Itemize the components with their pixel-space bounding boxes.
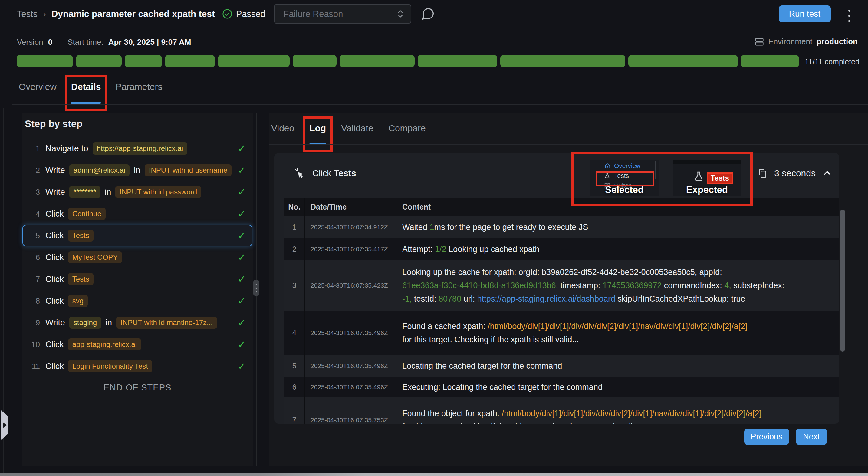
progress-segment[interactable] (417, 55, 498, 67)
progress-segment[interactable] (218, 55, 290, 67)
step-number: 4 (27, 209, 40, 219)
collapse-chevron-icon[interactable] (822, 168, 832, 178)
tab-details[interactable]: Details (70, 79, 102, 104)
step-row-9[interactable]: 9WritestaginginINPUT with id mantine-17z… (22, 312, 253, 334)
detail-tab-compare[interactable]: Compare (387, 120, 427, 145)
log-row-time: 2025-04-30T16:07:35.417Z (305, 238, 396, 260)
breadcrumb-root[interactable]: Tests (17, 9, 37, 19)
end-of-steps-label: END OF STEPS (22, 382, 253, 393)
step-check-icon: ✓ (238, 165, 246, 176)
step-check-icon: ✓ (238, 317, 246, 329)
step-in: in (105, 318, 112, 328)
progress-segment[interactable] (76, 55, 122, 67)
mini-scrollbar (655, 162, 656, 179)
step-value-badge: staging (69, 317, 101, 329)
log-row-number: 7 (284, 397, 305, 424)
log-row-content: Waited 1ms for the page to get ready to … (396, 220, 839, 234)
log-row-time: 2025-04-30T16:07:35.423Z (305, 260, 396, 311)
horizontal-scrollbar[interactable] (0, 473, 868, 476)
step-value-badge: ******** (69, 186, 100, 198)
detail-tab-video[interactable]: Video (270, 120, 296, 145)
command-text: Click Tests (312, 168, 356, 178)
start-time-value: Apr 30, 2025 | 9:07 AM (108, 37, 191, 47)
step-number: 2 (27, 166, 40, 175)
step-row-6[interactable]: 6ClickMyTest COPY✓ (22, 246, 253, 268)
failure-reason-select[interactable]: Failure Reason (274, 4, 411, 24)
log-row-content: Looking up the cache for xpath: orgId: b… (396, 266, 839, 305)
progress-segment[interactable] (125, 55, 162, 67)
step-row-5[interactable]: 5ClickTests✓ (22, 225, 253, 246)
log-row-time: 2025-04-30T16:07:34.912Z (305, 216, 396, 238)
environment-info: Environment production (755, 37, 858, 46)
panel-collapse-handle[interactable] (1, 410, 8, 440)
previous-button[interactable]: Previous (744, 429, 789, 445)
step-in: in (134, 165, 141, 175)
log-row-content: Locating the cached target for the comma… (396, 359, 839, 373)
step-target-badge: svg (68, 295, 88, 307)
log-row-number: 5 (284, 355, 305, 377)
detail-tab-log[interactable]: Log (308, 120, 327, 145)
tab-parameters[interactable]: Parameters (114, 79, 163, 104)
log-row-6: 62025-04-30T16:07:35.496ZExecuting: Loca… (284, 377, 839, 397)
step-row-10[interactable]: 10Clickapp-staging.relicx.ai✓ (22, 334, 253, 355)
progress-bar (17, 55, 799, 67)
step-row-3[interactable]: 3Write********inINPUT with id password✓ (22, 181, 253, 203)
app-root: Tests › Dynamic parameter cached xpath t… (0, 0, 868, 476)
log-row-number: 6 (284, 377, 305, 397)
steps-heading: Step by step (25, 118, 82, 129)
step-value-badge: https://app-staging.relicx.ai (93, 142, 187, 155)
step-number: 5 (27, 231, 40, 240)
step-row-1[interactable]: 1Navigate tohttps://app-staging.relicx.a… (22, 138, 253, 159)
detail-panel: VideoLogValidateCompare Click Tests (269, 113, 868, 466)
log-line: -1, testId: 80780 url: https://app-stagi… (402, 292, 839, 305)
step-row-11[interactable]: 11ClickLogin Functionality Test✓ (22, 355, 253, 377)
version-label: Version (17, 37, 43, 47)
progress-segment[interactable] (500, 55, 625, 67)
tab-details-label: Details (71, 82, 101, 92)
progress-segment[interactable] (165, 55, 215, 67)
detail-panel-scrollbar[interactable] (840, 210, 845, 352)
comment-button[interactable] (421, 7, 435, 21)
progress-segment[interactable] (340, 55, 415, 67)
step-row-4[interactable]: 4ClickContinue✓ (22, 203, 253, 225)
environment-label: Environment (768, 37, 812, 46)
step-number: 8 (27, 296, 40, 306)
kebab-menu-icon[interactable] (846, 8, 852, 24)
step-row-7[interactable]: 7ClickTests✓ (22, 268, 253, 290)
detail-tabs: VideoLogValidateCompare (270, 120, 427, 145)
log-row-number: 4 (284, 311, 305, 355)
progress-segment[interactable] (293, 55, 337, 67)
detail-tab-validate[interactable]: Validate (340, 120, 374, 145)
step-action: Click (45, 362, 64, 371)
progress-segment[interactable] (628, 55, 738, 67)
run-test-button[interactable]: Run test (779, 5, 831, 22)
log-row-number: 2 (284, 238, 305, 260)
step-row-8[interactable]: 8Clicksvg✓ (22, 290, 253, 312)
top-bar: Tests › Dynamic parameter cached xpath t… (0, 0, 868, 28)
log-line: Locating the cached target for the comma… (402, 359, 839, 373)
step-number: 11 (27, 362, 40, 371)
step-row-2[interactable]: 2Writeadmin@relicx.aiinINPUT with id use… (22, 159, 253, 181)
thumb-selected[interactable]: Overview Tests Suites (590, 160, 658, 196)
log-line: 61ee363a-f30c-4410-bd8d-a136ed9d13b6, ti… (402, 279, 839, 292)
step-number: 6 (27, 253, 40, 262)
log-row-3: 32025-04-30T16:07:35.423ZLooking up the … (284, 260, 839, 311)
next-button[interactable]: Next (796, 429, 827, 445)
command-action: Click (312, 168, 332, 178)
tab-underline (115, 102, 162, 104)
tab-overview[interactable]: Overview (18, 79, 58, 104)
progress-segment[interactable] (17, 55, 73, 67)
mini-nav-overview: Overview (604, 162, 641, 169)
log-row-content: Attempt: 1/2 Looking up cached xpath (396, 242, 839, 256)
step-target-badge: Tests (68, 273, 94, 285)
log-line: Found a cached xpath: /html/body/div[1]/… (402, 320, 839, 333)
chevron-updown-icon (397, 9, 404, 19)
thumb-expected[interactable]: Tests Expected (673, 160, 741, 196)
main-tabs: OverviewDetailsParameters (18, 79, 163, 104)
progress-segment[interactable] (741, 55, 799, 67)
step-check-icon: ✓ (238, 208, 246, 219)
tab-parameters-label: Parameters (115, 82, 162, 92)
command-summary: Click Tests (293, 168, 356, 179)
steps-scroll-grip[interactable] (253, 280, 259, 296)
copy-icon[interactable] (757, 168, 768, 178)
